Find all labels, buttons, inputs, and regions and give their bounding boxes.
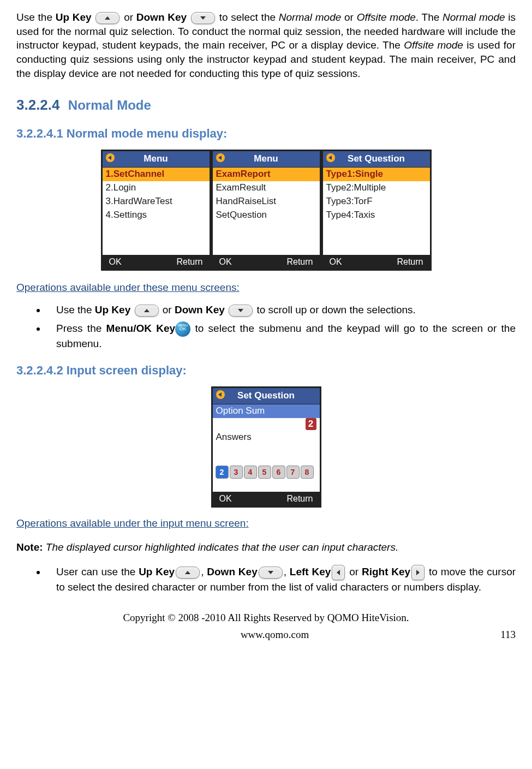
menu-item: ExamReport bbox=[213, 168, 320, 181]
device-title: Set Question bbox=[348, 153, 405, 164]
menu-ok-key-label: Menu/OK Key bbox=[106, 323, 176, 334]
text: Use the bbox=[16, 11, 56, 23]
page-number: 113 bbox=[500, 628, 516, 642]
answer-numbers-row: 2345678 bbox=[213, 464, 320, 480]
heading-3-2-2-4: 3.2.2.4 Normal Mode bbox=[16, 96, 516, 115]
footer-url[interactable]: www.qomo.com bbox=[241, 628, 309, 642]
device-titlebar: Set Question bbox=[213, 388, 320, 404]
text: or bbox=[346, 566, 362, 577]
answer-number: 4 bbox=[244, 466, 257, 479]
answer-number: 5 bbox=[258, 466, 271, 479]
device-title: Menu bbox=[254, 153, 278, 164]
softkey-ok: OK bbox=[219, 493, 232, 505]
note-text: The displayed cursor highlighted indicat… bbox=[43, 541, 399, 553]
text: , bbox=[201, 566, 207, 577]
menu-item: ExamResult bbox=[213, 181, 320, 195]
softkey-ok: OK bbox=[219, 256, 232, 268]
list-item: User can use the Up Key, Down Key, Left … bbox=[46, 565, 516, 594]
list-item: Use the Up Key or Down Key to scroll up … bbox=[46, 303, 516, 317]
text: or bbox=[163, 304, 175, 315]
list-item: Press the Menu/OK KeyMENUOK to select th… bbox=[46, 321, 516, 351]
softkey-return: Return bbox=[397, 256, 423, 268]
device-screen: MenuExamReportExamResultHandRaiseListSet… bbox=[211, 150, 321, 271]
answer-number: 8 bbox=[301, 466, 314, 479]
heading-3-2-2-4-1: 3.2.2.4.1 Normal mode menu display: bbox=[16, 126, 516, 142]
device-screen: Set Question Option Sum 2 Answers 234567… bbox=[211, 386, 321, 508]
menu-item: Type2:Multiple bbox=[323, 181, 430, 195]
text: Press the bbox=[56, 323, 106, 334]
text: or bbox=[341, 11, 356, 23]
menu-item: 1.SetChannel bbox=[103, 168, 210, 181]
answer-number: 3 bbox=[230, 466, 243, 479]
heading-3-2-2-4-2: 3.2.2.4.2 Input screen display: bbox=[16, 362, 516, 379]
menu-item: Type3:TorF bbox=[323, 195, 430, 208]
device-screen: Set QuestionType1:SingleType2:MultipleTy… bbox=[321, 150, 432, 271]
device-title: Set Question bbox=[237, 390, 295, 401]
cursor-value: 2 bbox=[306, 418, 316, 430]
softkey-ok: OK bbox=[330, 256, 342, 268]
note-paragraph: Note: The displayed cursor highlighted i… bbox=[16, 540, 516, 555]
softkey-return: Return bbox=[176, 256, 202, 268]
operations-menu-heading: Operations available under these menu sc… bbox=[16, 281, 516, 295]
up-key-label: Up Key bbox=[56, 11, 92, 23]
up-key-icon bbox=[135, 305, 159, 317]
softkey-return: Return bbox=[286, 493, 313, 505]
operations-list-1: Use the Up Key or Down Key to scroll up … bbox=[46, 303, 516, 350]
text: User can use the bbox=[56, 566, 139, 577]
device-screen: Menu1.SetChannel2.Login3.HardWareTest4.S… bbox=[101, 150, 211, 271]
device-titlebar: Menu bbox=[213, 151, 320, 168]
operations-list-2: User can use the Up Key, Down Key, Left … bbox=[46, 565, 516, 594]
menu-ok-key-icon: MENUOK bbox=[175, 321, 190, 337]
up-key-icon bbox=[176, 567, 200, 579]
menu-item: Type1:Single bbox=[323, 168, 430, 181]
down-key-icon bbox=[259, 567, 283, 579]
back-icon bbox=[216, 390, 225, 399]
down-key-icon bbox=[191, 12, 215, 24]
answer-number: 6 bbox=[272, 466, 285, 479]
note-label: Note: bbox=[16, 541, 43, 553]
menu-screens-figure: Menu1.SetChannel2.Login3.HardWareTest4.S… bbox=[16, 150, 516, 271]
up-key-label: Up Key bbox=[95, 304, 130, 315]
down-key-icon bbox=[229, 305, 253, 317]
normal-mode-term: Normal mode bbox=[279, 11, 342, 23]
menu-item: 3.HardWareTest bbox=[103, 195, 210, 208]
back-icon bbox=[326, 153, 335, 162]
down-key-label: Down Key bbox=[175, 304, 225, 315]
device-title: Menu bbox=[144, 153, 168, 164]
answer-number: 2 bbox=[216, 466, 229, 479]
input-screen-figure: Set Question Option Sum 2 Answers 234567… bbox=[16, 386, 516, 508]
device-titlebar: Menu bbox=[103, 151, 210, 168]
down-key-label: Down Key bbox=[207, 566, 257, 577]
option-sum-row: Option Sum bbox=[213, 404, 320, 418]
operations-input-heading: Operations available under the input men… bbox=[16, 516, 516, 530]
softkey-ok: OK bbox=[109, 256, 122, 268]
left-key-icon bbox=[332, 565, 345, 580]
answers-label: Answers bbox=[213, 431, 320, 444]
down-key-label: Down Key bbox=[136, 11, 187, 23]
text: to scroll up or down the selections. bbox=[256, 304, 416, 315]
right-key-icon bbox=[411, 565, 425, 580]
footer-copyright: Copyright © 2008 -2010 All Rights Reserv… bbox=[16, 611, 516, 625]
text: to select the bbox=[219, 11, 279, 23]
text: , bbox=[284, 566, 290, 577]
menu-item: Type4:Taxis bbox=[323, 208, 430, 222]
right-key-label: Right Key bbox=[362, 566, 410, 577]
up-key-icon bbox=[95, 12, 119, 24]
intro-paragraph: Use the Up Key or Down Key to select the… bbox=[16, 10, 516, 80]
text: or bbox=[124, 11, 136, 23]
text: Use the bbox=[56, 304, 95, 315]
menu-item: HandRaiseList bbox=[213, 195, 320, 208]
offsite-mode-term: Offsite mode bbox=[357, 11, 416, 23]
left-key-label: Left Key bbox=[290, 566, 331, 577]
softkey-return: Return bbox=[286, 256, 313, 268]
up-key-label: Up Key bbox=[139, 566, 175, 577]
heading-number: 3.2.2.4 bbox=[16, 97, 60, 113]
menu-item: 4.Settings bbox=[103, 208, 210, 222]
heading-title: Normal Mode bbox=[68, 98, 151, 112]
menu-item: 2.Login bbox=[103, 181, 210, 195]
menu-item: SetQuestion bbox=[213, 208, 320, 222]
device-titlebar: Set Question bbox=[323, 151, 430, 168]
answer-number: 7 bbox=[286, 466, 300, 479]
back-icon bbox=[106, 153, 115, 162]
back-icon bbox=[216, 153, 225, 162]
